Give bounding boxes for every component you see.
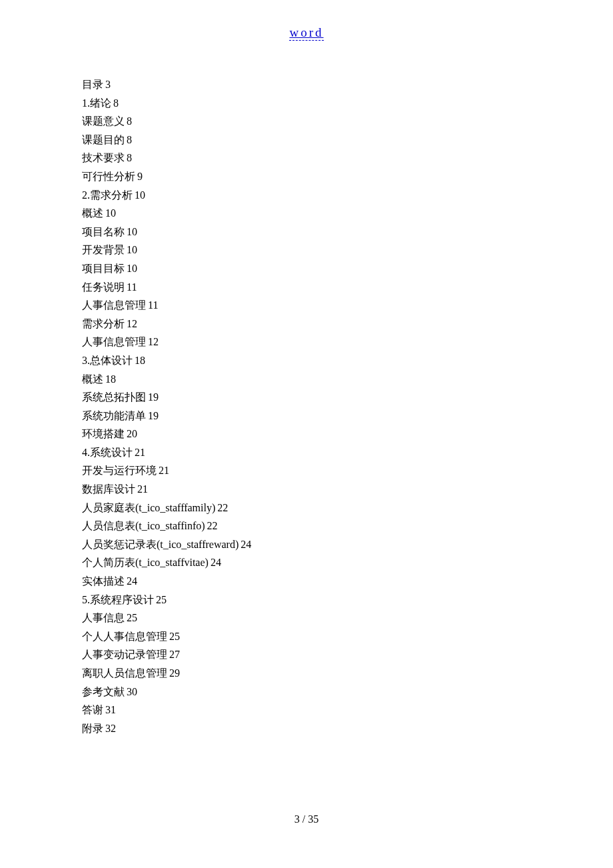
- toc-entry: 人事信息25: [82, 609, 548, 627]
- toc-entry-page: 24: [241, 539, 251, 550]
- toc-entry-page: 27: [169, 649, 180, 660]
- page-footer: 3 / 35: [0, 813, 613, 825]
- toc-entry-page: 20: [127, 428, 137, 439]
- toc-entry: 4.系统设计21: [82, 443, 548, 462]
- toc-entry: 2.需求分析10: [82, 186, 548, 205]
- toc-entry-title: 个人人事信息管理: [82, 631, 167, 642]
- toc-entry: 1.绪论8: [82, 94, 548, 113]
- toc-entry-page: 10: [105, 207, 116, 219]
- toc-entry: 概述10: [82, 204, 548, 223]
- toc-entry-title: 5.系统程序设计: [82, 594, 154, 605]
- toc-entry: 项目名称10: [82, 223, 548, 241]
- toc-entry-page: 11: [148, 299, 158, 311]
- toc-entry-title: 人事信息管理: [82, 299, 146, 311]
- toc-entry-page: 8: [127, 152, 132, 163]
- toc-entry-title: 人员家庭表(t_ico_stafffamily): [82, 502, 215, 513]
- toc-entry: 附录32: [82, 719, 548, 738]
- toc-entry-page: 10: [127, 244, 137, 255]
- toc-entry-page: 24: [127, 575, 137, 587]
- toc-entry-page: 11: [127, 281, 137, 293]
- toc-entry-title: 系统功能清单: [82, 410, 146, 421]
- toc-entry: 开发与运行环境21: [82, 461, 548, 480]
- toc-entry-title: 实体描述: [82, 575, 125, 587]
- toc-entry-title: 项目名称: [82, 226, 125, 237]
- toc-entry-title: 技术要求: [82, 152, 125, 163]
- toc-entry-page: 18: [135, 355, 145, 366]
- toc-entry-page: 10: [127, 263, 137, 274]
- toc-entry: 技术要求8: [82, 149, 548, 167]
- toc-entry-page: 30: [127, 686, 137, 697]
- header-link-container: word: [0, 25, 613, 40]
- toc-entry: 数据库设计21: [82, 480, 548, 499]
- toc-entry: 5.系统程序设计25: [82, 591, 548, 609]
- toc-entry-title: 人事变动记录管理: [82, 649, 167, 660]
- toc-entry: 概述18: [82, 370, 548, 389]
- toc-entry: 课题目的8: [82, 131, 548, 149]
- toc-entry-title: 课题意义: [82, 115, 125, 127]
- toc-entry-page: 21: [135, 447, 145, 458]
- toc-entry: 系统功能清单19: [82, 407, 548, 425]
- toc-entry: 个人人事信息管理25: [82, 627, 548, 646]
- toc-entry-title: 开发与运行环境: [82, 465, 157, 476]
- toc-entry-page: 9: [137, 171, 143, 182]
- toc-entry: 需求分析12: [82, 315, 548, 333]
- toc-entry-title: 项目目标: [82, 263, 125, 274]
- toc-entry-title: 可行性分析: [82, 171, 135, 182]
- toc-entry-title: 3.总体设计: [82, 355, 133, 366]
- toc-entry-title: 数据库设计: [82, 483, 135, 495]
- toc-entry: 人员家庭表(t_ico_stafffamily)22: [82, 499, 548, 517]
- toc-entry-page: 25: [127, 612, 137, 623]
- toc-entry: 课题意义8: [82, 112, 548, 131]
- toc-entry: 人事信息管理12: [82, 333, 548, 351]
- toc-entry-title: 1.绪论: [82, 97, 111, 109]
- toc-entry-title: 目录: [82, 79, 103, 90]
- toc-entry-title: 附录: [82, 723, 103, 734]
- toc-entry-title: 概述: [82, 207, 103, 219]
- toc-entry-page: 19: [148, 391, 159, 403]
- toc-entry-page: 31: [105, 704, 116, 715]
- toc-entry-title: 概述: [82, 373, 103, 385]
- toc-entry: 离职人员信息管理29: [82, 664, 548, 683]
- toc-entry: 实体描述24: [82, 572, 548, 591]
- toc-entry-page: 29: [169, 667, 180, 679]
- toc-entry-title: 4.系统设计: [82, 447, 133, 458]
- toc-entry: 答谢31: [82, 701, 548, 719]
- toc-entry-page: 10: [135, 189, 145, 201]
- toc-entry-title: 需求分析: [82, 318, 125, 329]
- toc-entry-title: 2.需求分析: [82, 189, 133, 201]
- toc-entry: 系统总拓扑图19: [82, 388, 548, 407]
- toc-entry-page: 24: [211, 557, 221, 568]
- toc-entry: 3.总体设计18: [82, 351, 548, 370]
- toc-entry-page: 12: [127, 318, 137, 329]
- toc-entry-page: 10: [127, 226, 137, 237]
- toc-entry-page: 21: [137, 483, 148, 495]
- toc-entry-title: 人事信息管理: [82, 336, 146, 347]
- toc-entry: 任务说明11: [82, 278, 548, 297]
- toc-entry: 个人简历表(t_ico_staffvitae)24: [82, 553, 548, 572]
- toc-entry: 人员信息表(t_ico_staffinfo)22: [82, 517, 548, 535]
- toc-entry-page: 19: [148, 410, 159, 421]
- toc-entry-page: 21: [159, 465, 169, 476]
- toc-entry-title: 个人简历表(t_ico_staffvitae): [82, 557, 209, 568]
- toc-entry-title: 任务说明: [82, 281, 125, 293]
- toc-entry-page: 18: [105, 373, 116, 385]
- toc-entry: 人事信息管理11: [82, 296, 548, 315]
- toc-entry-title: 课题目的: [82, 134, 125, 145]
- page-number-indicator: 3 / 35: [295, 813, 318, 825]
- toc-entry-page: 12: [148, 336, 159, 347]
- header-word-link[interactable]: word: [289, 25, 323, 41]
- toc-entry-title: 参考文献: [82, 686, 125, 697]
- toc-entry: 开发背景10: [82, 241, 548, 259]
- toc-entry-page: 22: [207, 520, 218, 531]
- toc-entry-title: 系统总拓扑图: [82, 391, 146, 403]
- toc-entry-page: 3: [105, 79, 111, 90]
- toc-entry-page: 22: [217, 502, 228, 513]
- toc-entry-title: 答谢: [82, 704, 103, 715]
- toc-entry-page: 8: [127, 134, 132, 145]
- toc-entry-page: 8: [113, 97, 119, 109]
- toc-entry-page: 25: [156, 594, 167, 605]
- table-of-contents: 目录31.绪论8课题意义8课题目的8技术要求8可行性分析92.需求分析10概述1…: [82, 75, 548, 737]
- toc-entry: 人员奖惩记录表(t_ico_staffreward)24: [82, 535, 548, 554]
- toc-entry-page: 8: [127, 115, 132, 127]
- toc-entry-page: 25: [169, 631, 180, 642]
